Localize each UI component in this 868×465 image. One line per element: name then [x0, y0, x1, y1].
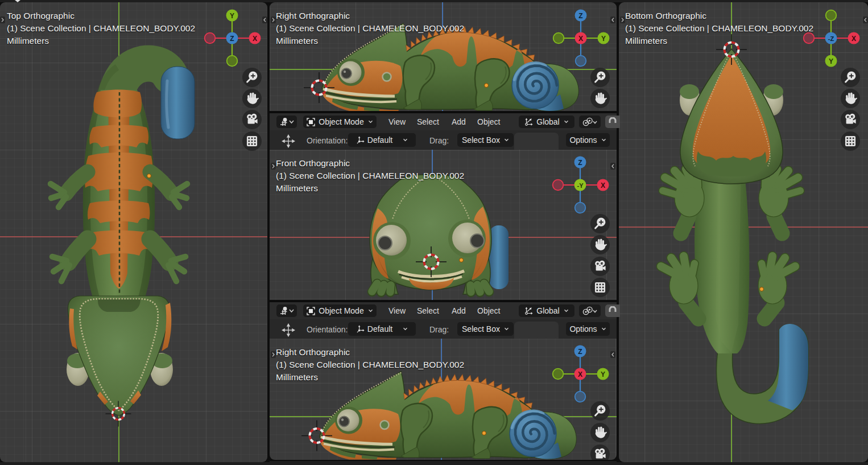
svg-text:Y: Y — [601, 371, 605, 378]
svg-text:Y: Y — [829, 57, 833, 65]
svg-text:Z: Z — [578, 159, 582, 167]
svg-text:Y: Y — [230, 12, 234, 20]
svg-text:X: X — [601, 182, 605, 190]
svg-text:-Z: -Z — [828, 35, 834, 42]
svg-text:X: X — [578, 35, 583, 43]
svg-text:X: X — [852, 35, 856, 43]
svg-text:Y: Y — [601, 35, 606, 43]
svg-text:Z: Z — [230, 35, 234, 43]
svg-text:-Y: -Y — [577, 182, 584, 189]
svg-text:Z: Z — [578, 348, 582, 356]
svg-text:X: X — [578, 371, 582, 378]
svg-text:X: X — [253, 35, 257, 43]
svg-text:Z: Z — [578, 12, 582, 20]
